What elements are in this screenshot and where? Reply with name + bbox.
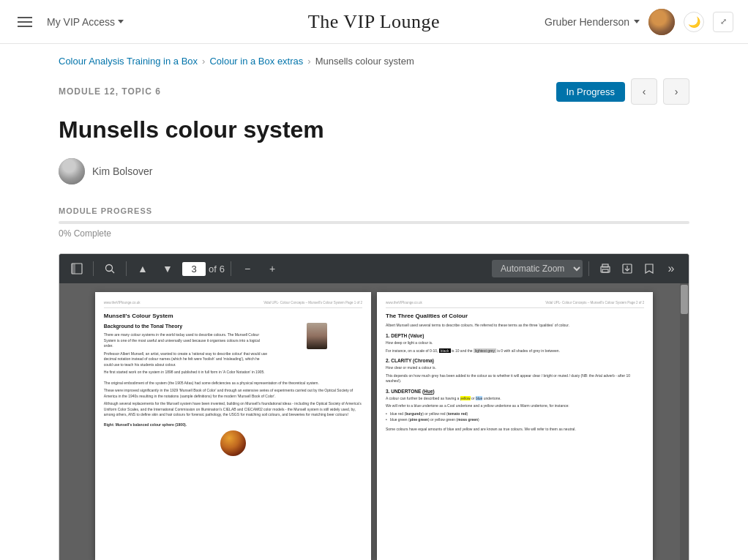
breadcrumb-current: Munsells colour system	[315, 56, 414, 67]
pdf-p2-header-right: Vidal UPL- Colour Concepts – Munsell's C…	[545, 301, 644, 305]
user-chevron-icon	[634, 20, 640, 23]
pdf-download-button[interactable]	[617, 258, 637, 279]
pdf-more-button[interactable]: »	[661, 258, 681, 279]
author-avatar	[59, 158, 85, 184]
pdf-p1-subheading: Background to the Tonal Theory	[104, 323, 269, 330]
svg-line-3	[112, 271, 115, 274]
breadcrumb-item-1[interactable]: Colour Analysis Training in a Box	[59, 56, 198, 67]
pdf-black-swatch: black	[439, 348, 451, 353]
pdf-scrollbar[interactable]	[680, 283, 689, 560]
author-row: Kim Bolsover	[59, 158, 689, 184]
pdf-toolbar: ▲ ▼ 3 of 6 − + Automatic Zoom 50% 75% 10…	[59, 254, 689, 283]
pdf-p1-heading: Munsell's Colour System	[104, 312, 362, 320]
pdf-p2-footer: Some colours have equal amounts of blue …	[386, 427, 644, 433]
pdf-p2-intro: Albert Munsell used several terms to des…	[386, 323, 644, 329]
pdf-sep-4	[588, 261, 589, 276]
pdf-page-total: 6	[220, 264, 225, 275]
my-vip-access-menu[interactable]: My VIP Access	[47, 16, 124, 28]
progress-section: MODULE PROGRESS 0% Complete	[59, 206, 689, 239]
pdf-p2-bullet2: blue green (pine green) or yellow green …	[386, 417, 644, 423]
pdf-p2-heading: The Three Qualities of Colour	[386, 312, 644, 320]
pdf-p2-q1-title: 1. DEPTH (Value)	[386, 332, 644, 339]
pdf-p2-q3-detail: We will refer to a blue undertone as a C…	[386, 403, 644, 409]
pdf-page-number-input[interactable]: 3	[182, 262, 206, 276]
pdf-p1-header-left: www.theVIPlounge.co.uk	[104, 301, 141, 305]
pdf-hue-underline: Hue	[424, 389, 433, 394]
svg-rect-1	[72, 264, 75, 274]
pdf-p1-img-col	[272, 323, 362, 377]
header-right: Gruber Henderson 🌙 ⤢	[545, 9, 733, 35]
pdf-page-2-header: www.theVIPlounge.co.uk Vidal UPL- Colour…	[386, 301, 644, 308]
pdf-zoom-select[interactable]: Automatic Zoom 50% 75% 100% 125% 150% 20…	[492, 260, 583, 277]
pdf-p2-bullet1: blue red (burgundy) or yellow red (tomat…	[386, 411, 644, 417]
prev-topic-button[interactable]: ‹	[631, 78, 657, 105]
svg-rect-6	[602, 269, 608, 272]
breadcrumb: Colour Analysis Training in a Box › Colo…	[0, 44, 748, 78]
pdf-sep-1	[93, 261, 94, 276]
pdf-p1-caption: Right: Munsell's balanced colour sphere …	[104, 422, 362, 428]
pdf-p1-para5: These were improved significantly in the…	[104, 388, 362, 399]
author-avatar-image	[59, 158, 85, 184]
breadcrumb-item-2[interactable]: Colour in a Box extras	[209, 56, 303, 67]
author-name: Kim Bolsover	[92, 165, 152, 177]
pdf-next-page-button[interactable]: ▼	[157, 258, 178, 279]
pdf-print-button[interactable]	[595, 258, 616, 279]
pdf-p2-q2: 2. CLARITY (Chroma) How clear or muted a…	[386, 357, 644, 384]
pdf-sep-2	[126, 261, 127, 276]
my-vip-access-label: My VIP Access	[47, 16, 115, 28]
pdf-p1-layout: Background to the Tonal Theory There are…	[104, 323, 362, 377]
header-left: My VIP Access	[15, 14, 124, 30]
pdf-tomato-red: tomato red	[448, 411, 467, 416]
pdf-zoom-out-button[interactable]: −	[237, 258, 258, 279]
pdf-p2-q3-desc: A colour can further be described as hav…	[386, 396, 644, 402]
expand-icon: ⤢	[720, 17, 727, 26]
user-menu[interactable]: Gruber Henderson	[545, 16, 640, 28]
in-progress-badge: In Progress	[556, 82, 625, 102]
pdf-p1-header-right: Vidal UPL- Colour Concepts – Munsell's C…	[263, 301, 362, 305]
pdf-scroll-thumb	[681, 285, 688, 314]
pdf-content-area: www.theVIPlounge.co.uk Vidal UPL- Colour…	[59, 283, 689, 560]
pdf-p2-q2-detail: This depends on how much grey has been a…	[386, 373, 644, 384]
pdf-p2-q2-desc: How clear or muted a colour is.	[386, 365, 644, 371]
pdf-pages-container: www.theVIPlounge.co.uk Vidal UPL- Colour…	[59, 283, 689, 560]
pdf-p2-q1: 1. DEPTH (Value) How deep or light a col…	[386, 332, 644, 354]
fullscreen-button[interactable]: ⤢	[713, 12, 733, 32]
progress-bar-track	[59, 221, 689, 224]
svg-point-2	[106, 265, 113, 272]
module-nav: In Progress ‹ ›	[556, 78, 689, 105]
pdf-page-2: www.theVIPlounge.co.uk Vidal UPL- Colour…	[377, 292, 653, 560]
dark-mode-toggle[interactable]: 🌙	[684, 12, 704, 32]
pdf-zoom-group: Automatic Zoom 50% 75% 100% 125% 150% 20…	[492, 260, 583, 277]
avatar-image	[648, 9, 675, 35]
main-content: Munsells colour system Kim Bolsover MODU…	[0, 116, 748, 560]
pdf-toolbar-right: »	[595, 258, 681, 279]
pdf-page-1: www.theVIPlounge.co.uk Vidal UPL- Colour…	[95, 292, 371, 560]
pdf-burgundy: burgundy	[405, 411, 422, 416]
breadcrumb-sep-1: ›	[202, 56, 205, 67]
next-topic-button[interactable]: ›	[663, 78, 689, 105]
pdf-yellow-highlight: yellow	[460, 396, 471, 400]
site-header: My VIP Access The VIP Lounge Gruber Hend…	[0, 0, 748, 44]
user-avatar[interactable]	[648, 9, 675, 35]
pdf-page-1-header: www.theVIPlounge.co.uk Vidal UPL- Colour…	[104, 301, 362, 308]
progress-percent: 0% Complete	[59, 228, 689, 239]
pdf-grey-swatch: lightest grey	[474, 348, 496, 353]
pdf-p2-q1-detail: For instance, on a scale of 0-10, black …	[386, 348, 644, 354]
pdf-p1-text-col: Background to the Tonal Theory There are…	[104, 323, 269, 377]
module-label: MODULE 12, TOPIC 6	[59, 86, 161, 97]
pdf-p2-footer-text: Some colours have equal amounts of blue …	[386, 427, 644, 433]
pdf-blue-highlight: blue	[476, 396, 482, 400]
pdf-zoom-in-button[interactable]: +	[262, 258, 283, 279]
pdf-p2-q2-title: 2. CLARITY (Chroma)	[386, 357, 644, 364]
pdf-moss-green: moss green	[457, 417, 478, 422]
pdf-p2-q1-desc: How deep or light a colour is.	[386, 340, 644, 346]
pdf-p1-bottom: Right: Munsell's balanced colour sphere …	[104, 422, 362, 457]
menu-button[interactable]	[15, 14, 35, 30]
pdf-p1-para1: There are many colour systems in the wor…	[104, 332, 269, 349]
pdf-sidebar-toggle[interactable]	[67, 258, 87, 279]
pdf-bookmark-button[interactable]	[639, 258, 659, 279]
site-title-container: The VIP Lounge	[308, 11, 440, 33]
pdf-viewer: ▲ ▼ 3 of 6 − + Automatic Zoom 50% 75% 10…	[59, 253, 689, 560]
pdf-search-button[interactable]	[100, 258, 120, 279]
pdf-prev-page-button[interactable]: ▲	[132, 258, 153, 279]
